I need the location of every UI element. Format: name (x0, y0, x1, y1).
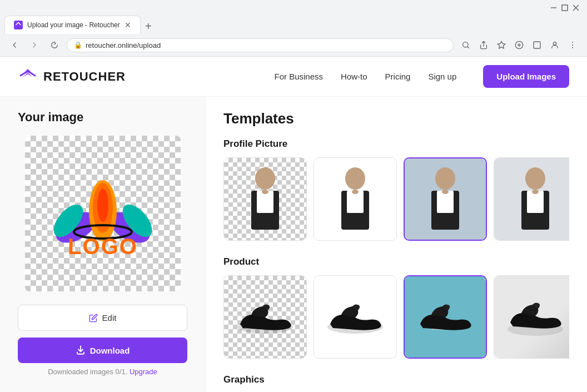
svg-text:LOGO: LOGO (68, 234, 138, 259)
graphics-label: Graphics (223, 374, 569, 385)
lock-icon: 🔒 (74, 41, 82, 49)
logo-icon (18, 67, 38, 87)
svg-point-19 (255, 167, 275, 190)
tab-favicon (14, 21, 23, 29)
edit-icon (89, 314, 98, 322)
template-product-transparent[interactable] (223, 275, 307, 359)
nav-pricing[interactable]: Pricing (385, 72, 411, 81)
template-product-teal[interactable] (404, 275, 487, 359)
template-profile-white[interactable] (314, 157, 397, 241)
main-nav: For Business How-to Pricing Sign up Uplo… (275, 65, 570, 88)
template-teal-bg (405, 276, 486, 358)
tab-title: Upload your image - Retoucher (27, 21, 120, 29)
template-product-white (314, 276, 396, 358)
download-button[interactable]: Download (18, 338, 187, 363)
template-studio-bg (494, 276, 569, 358)
url-bar[interactable]: 🔒 retoucher.online/upload (67, 38, 454, 52)
svg-point-23 (345, 167, 365, 190)
back-button[interactable] (7, 37, 22, 53)
template-product-studio[interactable] (494, 275, 569, 359)
forward-button[interactable] (27, 37, 42, 53)
edit-button[interactable]: Edit (18, 305, 187, 331)
bookmark-button[interactable] (494, 37, 509, 53)
svg-rect-5 (534, 42, 540, 48)
upload-images-button[interactable]: Upload Images (483, 65, 569, 88)
download-count: Downloaded images 0/1. Upgrade (18, 368, 187, 376)
svg-point-34 (532, 190, 539, 194)
upgrade-link[interactable]: Upgrade (130, 368, 157, 376)
more-button[interactable] (565, 37, 580, 53)
active-tab[interactable]: Upload your image - Retoucher ✕ (4, 16, 141, 34)
app-header: RETOUCHER For Business How-to Pricing Si… (0, 57, 587, 97)
browser-actions (458, 37, 580, 53)
svg-point-22 (262, 190, 268, 194)
shoe-white (325, 296, 386, 338)
profile-button[interactable] (547, 37, 563, 53)
template-gray-bg (405, 158, 486, 240)
download-button-label: Download (90, 346, 130, 355)
download-count-text: Downloaded images 0/1. (48, 368, 127, 376)
address-bar: 🔒 retoucher.online/upload (0, 34, 587, 56)
restore-button[interactable] (560, 3, 569, 12)
svg-point-4 (463, 42, 468, 47)
template-checker-bg (224, 158, 306, 240)
template-lightblue-bg (494, 158, 569, 240)
person-transparent (240, 163, 290, 235)
shoe-studio (505, 295, 566, 339)
window-button[interactable] (529, 37, 545, 53)
svg-point-8 (572, 44, 573, 46)
close-button[interactable] (571, 3, 580, 12)
graphics-section: Graphics (223, 374, 569, 385)
logo[interactable]: RETOUCHER (18, 67, 126, 87)
template-white-bg (314, 158, 396, 240)
logo-svg-container: LOGO (25, 136, 181, 291)
shoe-transparent (235, 296, 296, 338)
tab-bar: Upload your image - Retoucher ✕ + (0, 16, 587, 34)
product-grid (223, 275, 569, 359)
svg-rect-1 (562, 5, 568, 11)
extensions-button[interactable] (511, 37, 527, 53)
title-bar (0, 0, 587, 16)
templates-title: Templates (223, 110, 569, 127)
template-product-white[interactable] (314, 275, 397, 359)
svg-point-7 (572, 42, 573, 43)
new-tab-button[interactable]: + (141, 18, 156, 34)
product-label: Product (223, 256, 569, 267)
template-profile-transparent[interactable] (223, 157, 307, 241)
person-gray (420, 163, 470, 235)
browser-chrome: Upload your image - Retoucher ✕ + 🔒 reto… (0, 0, 587, 57)
shoe-teal (415, 296, 476, 338)
template-profile-light-blue[interactable] (494, 157, 569, 241)
your-image-title: Your image (18, 110, 187, 125)
logo-text: RETOUCHER (43, 70, 126, 84)
nav-for-business[interactable]: For Business (275, 72, 324, 81)
person-lightblue (510, 163, 560, 235)
minimize-button[interactable] (549, 3, 558, 12)
url-text: retoucher.online/upload (86, 41, 161, 49)
svg-point-6 (553, 42, 556, 45)
tab-close-icon[interactable]: ✕ (125, 21, 131, 29)
image-preview: LOGO (25, 136, 181, 291)
search-action-button[interactable] (458, 37, 474, 53)
download-icon (76, 345, 86, 355)
window-controls (549, 3, 580, 12)
left-panel: Your image (0, 97, 206, 392)
profile-picture-label: Profile Picture (223, 138, 569, 150)
profile-picture-section: Profile Picture (223, 138, 569, 241)
template-product-checker (224, 276, 306, 358)
nav-sign-up[interactable]: Sign up (428, 72, 456, 81)
svg-point-9 (572, 47, 573, 48)
uploaded-image: LOGO (47, 161, 158, 266)
edit-button-label: Edit (102, 313, 117, 322)
svg-point-16 (97, 188, 108, 222)
person-white (330, 163, 380, 235)
right-panel: Templates Profile Picture (206, 97, 587, 392)
svg-point-26 (352, 190, 359, 194)
share-button[interactable] (476, 37, 491, 53)
svg-point-31 (525, 167, 545, 190)
refresh-button[interactable] (47, 37, 62, 53)
template-profile-gray[interactable] (404, 157, 487, 241)
nav-how-to[interactable]: How-to (341, 72, 367, 81)
main-content: Your image (0, 97, 587, 392)
app: RETOUCHER For Business How-to Pricing Si… (0, 57, 587, 392)
